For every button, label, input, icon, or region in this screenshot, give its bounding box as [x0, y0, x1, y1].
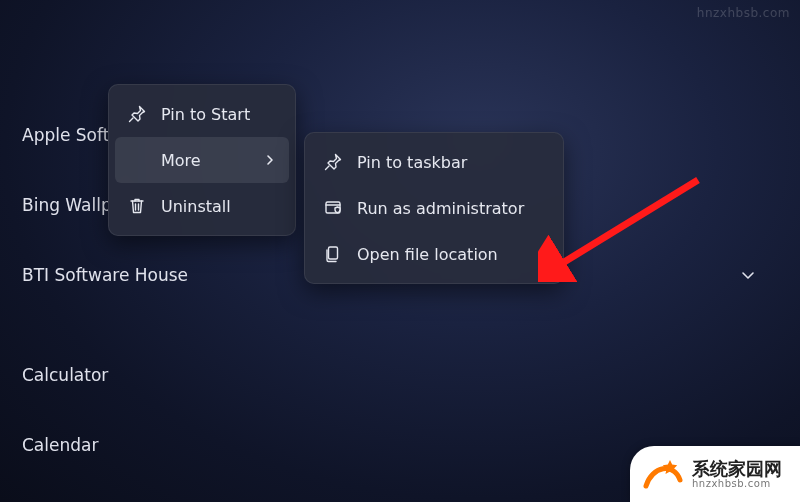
- menu-label: Run as administrator: [357, 199, 545, 218]
- app-label: Apple Soft: [22, 125, 109, 145]
- svg-rect-1: [329, 247, 338, 259]
- menu-label: Pin to Start: [161, 105, 277, 124]
- trash-icon: [127, 196, 147, 216]
- app-label: BTI Software House: [22, 265, 188, 285]
- menu-item-uninstall[interactable]: Uninstall: [115, 183, 289, 229]
- file-location-icon: [323, 244, 343, 264]
- pin-icon: [323, 152, 343, 172]
- menu-label: Pin to taskbar: [357, 153, 545, 172]
- chevron-right-icon: [263, 153, 277, 167]
- context-menu-primary: Pin to Start More Uninstall: [108, 84, 296, 236]
- app-label: Calculator: [22, 365, 108, 385]
- watermark-url: hnzxhbsb.com: [697, 6, 790, 20]
- menu-item-open-file-location[interactable]: Open file location: [311, 231, 557, 277]
- spacer: [22, 310, 762, 340]
- menu-item-more[interactable]: More: [115, 137, 289, 183]
- menu-item-pin-to-taskbar[interactable]: Pin to taskbar: [311, 139, 557, 185]
- menu-item-pin-to-start[interactable]: Pin to Start: [115, 91, 289, 137]
- chevron-down-icon: [740, 267, 756, 283]
- app-label: Bing Wallp: [22, 195, 112, 215]
- app-label: Calendar: [22, 435, 98, 455]
- star-swoosh-icon: [640, 452, 684, 496]
- menu-label: More: [161, 151, 249, 170]
- menu-label: Uninstall: [161, 197, 277, 216]
- blank-icon: [127, 150, 147, 170]
- logo-title: 系统家园网: [692, 459, 782, 479]
- shield-admin-icon: [323, 198, 343, 218]
- logo-text: 系统家园网 hnzxhbsb.com: [692, 459, 782, 490]
- menu-item-run-as-admin[interactable]: Run as administrator: [311, 185, 557, 231]
- menu-label: Open file location: [357, 245, 545, 264]
- pin-icon: [127, 104, 147, 124]
- app-item-calculator[interactable]: Calculator: [22, 340, 762, 410]
- context-menu-more-submenu: Pin to taskbar Run as administrator Open…: [304, 132, 564, 284]
- logo-subtitle: hnzxhbsb.com: [692, 478, 782, 489]
- logo-badge: 系统家园网 hnzxhbsb.com: [630, 446, 800, 502]
